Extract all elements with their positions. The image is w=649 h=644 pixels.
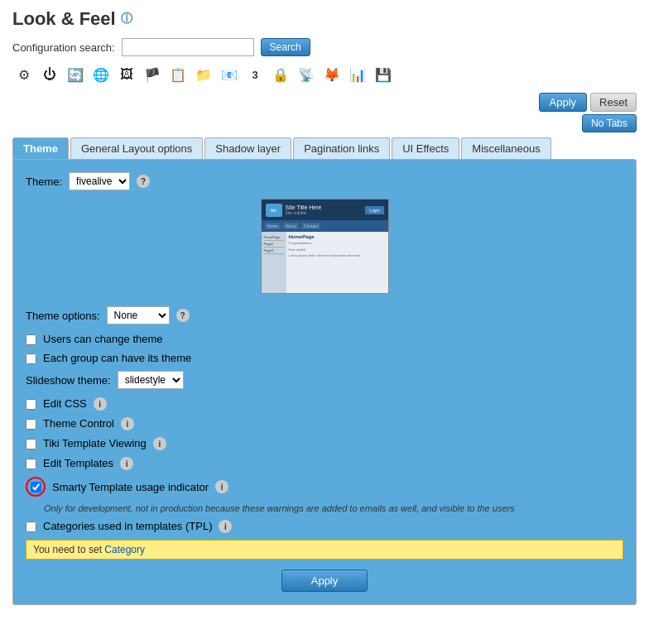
tab-ui-effects[interactable]: UI Effects bbox=[392, 137, 459, 159]
tool-icon-clipboard[interactable]: 📋 bbox=[166, 63, 190, 86]
tiki-template-viewing-row: Tiki Template Viewing i bbox=[26, 437, 623, 450]
edit-css-row: Edit CSS i bbox=[26, 397, 623, 411]
preview-nav-item: Home bbox=[265, 223, 281, 229]
theme-options-row: Theme options: None Option 1 Option 2 ? bbox=[26, 306, 623, 324]
edit-templates-checkbox[interactable] bbox=[26, 459, 36, 469]
apply-button-bottom[interactable]: Apply bbox=[281, 570, 368, 592]
page-title: Look & Feel bbox=[12, 8, 116, 30]
smarty-indicator-help[interactable]: i bbox=[215, 480, 228, 493]
theme-select[interactable]: fivealive default custom bbox=[69, 172, 130, 190]
theme-preview: tiki Site Title Here Site subtitle Login… bbox=[261, 199, 389, 294]
action-right: Apply Reset No Tabs bbox=[539, 93, 637, 132]
preview-content-text: Congratulations bbox=[289, 241, 386, 245]
preview-nav: Home About Contact bbox=[262, 220, 388, 232]
tool-icon-calendar[interactable]: 3 bbox=[243, 63, 267, 86]
preview-sidebar-item: HomePage bbox=[264, 234, 284, 241]
tool-icon-rss[interactable]: 📡 bbox=[295, 63, 318, 86]
smarty-indicator-label[interactable]: Smarty Template usage indicator bbox=[52, 481, 209, 493]
theme-options-select[interactable]: None Option 1 Option 2 bbox=[107, 306, 170, 324]
search-button[interactable]: Search bbox=[261, 38, 310, 56]
category-warning-text: You need to set bbox=[33, 544, 104, 555]
icon-toolbar: ⚙ ⏻ 🔄 🌐 🖼 🏴 📋 📁 📧 3 🔒 📡 🦊 📊 💾 bbox=[12, 63, 637, 86]
tab-miscellaneous[interactable]: Miscellaneous bbox=[461, 137, 550, 159]
apply-button-top[interactable]: Apply bbox=[539, 93, 588, 112]
tiki-template-viewing-checkbox[interactable] bbox=[26, 439, 36, 449]
tiki-template-viewing-label[interactable]: Tiki Template Viewing bbox=[43, 437, 147, 449]
preview-content-text3: Lorem ipsum dolor sit amet consectetur t… bbox=[289, 253, 386, 257]
theme-control-checkbox[interactable] bbox=[26, 419, 36, 430]
tool-icon-mail[interactable]: 📧 bbox=[218, 63, 241, 86]
category-warning: You need to set Category bbox=[26, 540, 623, 560]
categories-tpl-label[interactable]: Categories used in templates (TPL) bbox=[43, 520, 212, 532]
preview-nav-item: Contact bbox=[301, 223, 320, 229]
tab-general-layout[interactable]: General Layout options bbox=[70, 137, 203, 159]
edit-css-help[interactable]: i bbox=[94, 397, 107, 411]
theme-help-icon[interactable]: ? bbox=[137, 175, 150, 188]
slideshow-label: Slideshow theme: bbox=[26, 374, 111, 387]
preview-sidebar: HomePage Page2 Page3 bbox=[262, 232, 286, 294]
theme-label: Theme: bbox=[26, 175, 62, 188]
tool-icon-folder[interactable]: 📁 bbox=[192, 63, 215, 86]
theme-options-help-icon[interactable]: ? bbox=[176, 309, 190, 322]
theme-control-label[interactable]: Theme Control bbox=[43, 417, 114, 430]
preview-sidebar-item: Page2 bbox=[264, 241, 284, 248]
edit-templates-help[interactable]: i bbox=[120, 457, 133, 470]
config-search-input[interactable] bbox=[122, 38, 254, 56]
main-panel: Theme: fivealive default custom ? tiki S… bbox=[12, 159, 637, 605]
tool-icon-chart[interactable]: 📊 bbox=[346, 63, 369, 86]
tool-icon-settings[interactable]: ⚙ bbox=[12, 63, 36, 86]
preview-site-title: Site Title Here bbox=[286, 204, 322, 210]
edit-css-checkbox[interactable] bbox=[26, 399, 36, 410]
notabs-button[interactable]: No Tabs bbox=[582, 114, 637, 132]
theme-options-label: Theme options: bbox=[26, 310, 100, 322]
categories-tpl-help[interactable]: i bbox=[219, 520, 232, 533]
tabs-row: Theme General Layout options Shadow laye… bbox=[12, 137, 637, 159]
tool-icon-flag[interactable]: 🏴 bbox=[141, 63, 164, 86]
preview-nav-item: About bbox=[283, 223, 299, 229]
bottom-apply-row: Apply bbox=[26, 570, 623, 592]
preview-logo: tiki bbox=[266, 204, 282, 217]
tool-icon-lock[interactable]: 🔒 bbox=[269, 63, 292, 86]
categories-tpl-row: Categories used in templates (TPL) i bbox=[26, 520, 623, 533]
preview-content-text2: User added bbox=[289, 248, 386, 252]
preview-content-title: HomePage bbox=[289, 234, 386, 239]
tab-pagination-links[interactable]: Pagination links bbox=[293, 137, 390, 159]
tool-icon-globe[interactable]: 🌐 bbox=[89, 63, 113, 86]
tool-icon-power[interactable]: ⏻ bbox=[38, 63, 61, 86]
slideshow-theme-row: Slideshow theme: slidestyle default bbox=[26, 371, 623, 389]
preview-login: Login bbox=[365, 206, 383, 214]
smarty-indicator-row: Smarty Template usage indicator i bbox=[26, 477, 623, 497]
page-help-icon[interactable]: ⓘ bbox=[121, 12, 132, 26]
reset-button[interactable]: Reset bbox=[590, 93, 637, 112]
group-theme-row: Each group can have its theme bbox=[26, 352, 623, 364]
preview-body: HomePage Page2 Page3 HomePage Congratula… bbox=[262, 232, 388, 294]
tiki-template-help[interactable]: i bbox=[153, 437, 166, 450]
preview-content: HomePage Congratulations User added Lore… bbox=[286, 232, 388, 294]
preview-site-subtitle: Site subtitle bbox=[286, 210, 322, 215]
tab-shadow-layer[interactable]: Shadow layer bbox=[204, 137, 291, 159]
page-title-row: Look & Feel ⓘ bbox=[12, 8, 637, 30]
edit-templates-row: Edit Templates i bbox=[26, 457, 623, 470]
theme-select-row: Theme: fivealive default custom ? bbox=[26, 172, 623, 190]
group-theme-label[interactable]: Each group can have its theme bbox=[43, 352, 191, 364]
action-buttons-row: Apply Reset No Tabs bbox=[12, 93, 637, 132]
config-search-row: Configuration search: Search bbox=[12, 38, 637, 56]
users-change-theme-row: Users can change theme bbox=[26, 333, 623, 345]
smarty-indicator-checkbox[interactable] bbox=[31, 482, 41, 493]
users-change-theme-label[interactable]: Users can change theme bbox=[43, 333, 163, 345]
edit-css-label[interactable]: Edit CSS bbox=[43, 397, 87, 410]
slideshow-select[interactable]: slidestyle default bbox=[118, 371, 184, 389]
smarty-warning-text: Only for development, not in production … bbox=[44, 503, 623, 513]
users-change-theme-checkbox[interactable] bbox=[26, 334, 36, 345]
tab-theme[interactable]: Theme bbox=[12, 137, 69, 159]
tool-icon-refresh[interactable]: 🔄 bbox=[64, 63, 87, 86]
edit-templates-label[interactable]: Edit Templates bbox=[43, 457, 113, 469]
categories-tpl-checkbox[interactable] bbox=[26, 521, 36, 532]
config-search-label: Configuration search: bbox=[12, 41, 115, 54]
tool-icon-save[interactable]: 💾 bbox=[372, 63, 395, 86]
tool-icon-browser[interactable]: 🦊 bbox=[320, 63, 344, 86]
tool-icon-image[interactable]: 🖼 bbox=[115, 63, 138, 86]
group-theme-checkbox[interactable] bbox=[26, 353, 36, 364]
theme-control-help[interactable]: i bbox=[121, 417, 134, 430]
category-warning-link[interactable]: Category bbox=[104, 544, 145, 555]
